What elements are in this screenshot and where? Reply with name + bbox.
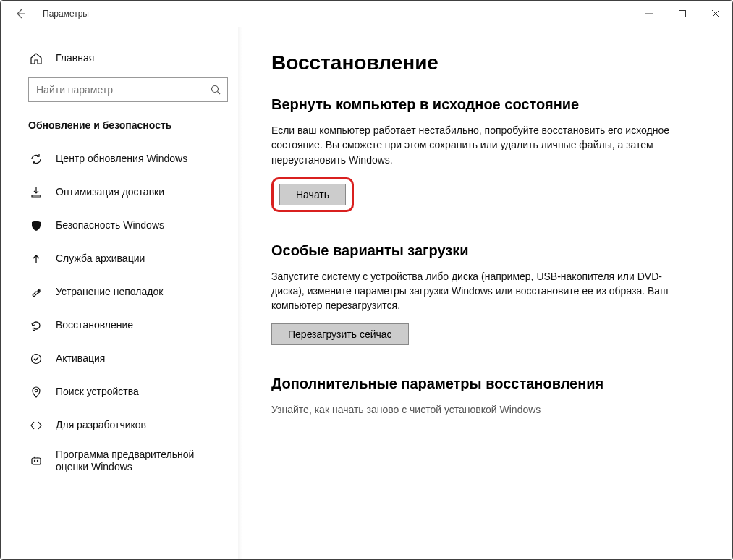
activation-icon [30, 352, 43, 365]
window-controls [632, 1, 732, 27]
sidebar: Главная Обновление и безопасность Центр … [1, 27, 238, 559]
sidebar-item-label: Активация [56, 352, 105, 365]
sidebar-item-label: Устранение неполадок [56, 286, 163, 299]
developers-icon [30, 419, 43, 432]
sidebar-item-backup[interactable]: Служба архивации [1, 242, 238, 276]
svg-point-4 [35, 389, 38, 392]
sidebar-item-find-my-device[interactable]: Поиск устройства [1, 376, 238, 409]
location-icon [30, 386, 43, 399]
wrench-icon [30, 286, 43, 299]
main-panel: Восстановление Вернуть компьютер в исход… [238, 27, 732, 559]
sidebar-item-troubleshoot[interactable]: Устранение неполадок [1, 276, 238, 309]
sidebar-item-label: Поиск устройства [56, 386, 139, 399]
delivery-icon [30, 186, 43, 199]
close-icon [711, 9, 720, 18]
search-input-wrap[interactable] [28, 77, 228, 102]
more-recovery-link[interactable]: Узнайте, как начать заново с чистой уста… [271, 402, 677, 417]
sidebar-item-label: Безопасность Windows [56, 219, 164, 232]
backup-icon [30, 253, 43, 266]
sidebar-item-label: Восстановление [56, 319, 133, 332]
search-icon [210, 84, 221, 96]
home-icon [30, 52, 43, 65]
back-button[interactable] [11, 4, 30, 23]
sidebar-item-label: Служба архивации [56, 253, 145, 266]
minimize-icon [645, 9, 653, 18]
sidebar-item-activation[interactable]: Активация [1, 342, 238, 376]
insider-icon [30, 454, 43, 467]
recovery-icon [30, 319, 43, 332]
sidebar-item-insider[interactable]: Программа предварительной оценки Windows [1, 442, 238, 480]
update-icon [30, 153, 43, 166]
sidebar-home[interactable]: Главная [1, 44, 238, 73]
sidebar-item-label: Для разработчиков [56, 419, 146, 432]
section-more-recovery: Дополнительные параметры восстановления … [271, 376, 677, 417]
sidebar-item-label: Программа предварительной оценки Windows [56, 449, 215, 474]
sidebar-item-recovery[interactable]: Восстановление [1, 309, 238, 342]
more-recovery-heading: Дополнительные параметры восстановления [271, 376, 677, 392]
svg-point-1 [212, 86, 219, 93]
page-title: Восстановление [271, 51, 703, 75]
search-input[interactable] [36, 84, 210, 96]
settings-window: Параметры Главная [0, 0, 733, 560]
shield-icon [30, 219, 43, 232]
svg-rect-0 [679, 11, 686, 17]
reset-start-button[interactable]: Начать [279, 184, 346, 205]
content: Главная Обновление и безопасность Центр … [1, 27, 732, 559]
section-advanced-startup: Особые варианты загрузки Запустите систе… [271, 242, 677, 345]
sidebar-item-for-developers[interactable]: Для разработчиков [1, 409, 238, 442]
sidebar-item-delivery-optimization[interactable]: Оптимизация доставки [1, 176, 238, 209]
svg-point-7 [37, 460, 38, 462]
close-button[interactable] [699, 1, 732, 27]
sidebar-item-windows-security[interactable]: Безопасность Windows [1, 209, 238, 242]
titlebar: Параметры [1, 1, 732, 27]
highlight-ring: Начать [271, 177, 354, 212]
sidebar-item-windows-update[interactable]: Центр обновления Windows [1, 143, 238, 176]
reset-body: Если ваш компьютер работает нестабильно,… [271, 123, 677, 167]
section-reset: Вернуть компьютер в исходное состояние Е… [271, 96, 677, 212]
svg-point-3 [32, 355, 41, 364]
svg-point-2 [33, 328, 35, 330]
advanced-startup-heading: Особые варианты загрузки [271, 242, 677, 259]
minimize-button[interactable] [632, 1, 666, 27]
advanced-startup-body: Запустите систему с устройства либо диск… [271, 269, 677, 313]
maximize-button[interactable] [666, 1, 699, 27]
sidebar-item-label: Оптимизация доставки [56, 186, 164, 199]
maximize-icon [678, 9, 687, 18]
reset-heading: Вернуть компьютер в исходное состояние [271, 96, 677, 113]
arrow-left-icon [14, 8, 26, 20]
sidebar-item-label: Центр обновления Windows [56, 153, 187, 166]
sidebar-home-label: Главная [56, 52, 94, 65]
svg-rect-5 [32, 458, 41, 464]
restart-now-button[interactable]: Перезагрузить сейчас [271, 323, 409, 345]
svg-point-6 [34, 460, 35, 462]
titlebar-title: Параметры [43, 9, 89, 19]
sidebar-category: Обновление и безопасность [1, 114, 238, 143]
